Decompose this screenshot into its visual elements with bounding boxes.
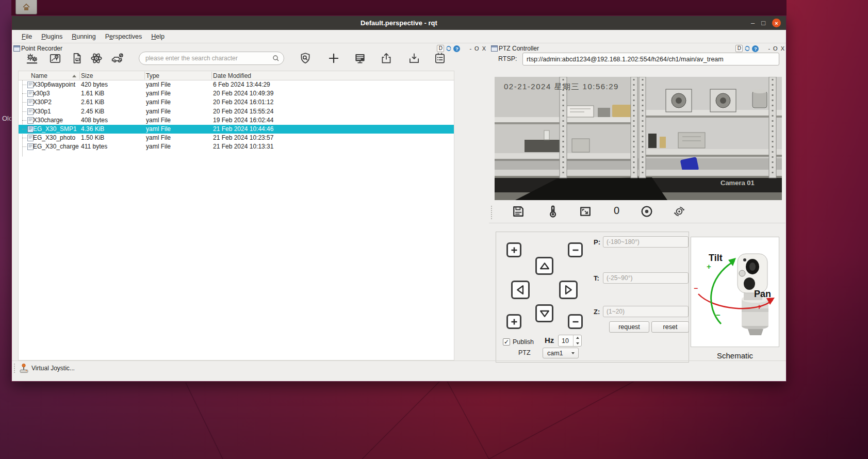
virtual-joystick-tab[interactable]: Virtual Joystic... — [19, 362, 75, 374]
menu-perspectives[interactable]: Perspectives — [101, 33, 147, 40]
dock-d-button[interactable]: D — [735, 45, 743, 52]
search-icon — [272, 55, 280, 62]
menu-running[interactable]: Running — [67, 33, 101, 40]
dock-maximize-button[interactable]: O — [772, 45, 779, 52]
maximize-button[interactable]: □ — [761, 16, 765, 30]
table-row[interactable]: X30p6waypoint420 bytesyaml File6 Feb 202… — [19, 80, 454, 89]
toolbar-divider — [489, 223, 785, 223]
publish-checkbox[interactable]: ✓ — [503, 338, 510, 346]
warehouse-scene: 02-21-2024 星期三 10:56:29 Camera 01 — [495, 77, 782, 200]
window-title: Default.perspective - rqt — [361, 19, 437, 27]
column-header-date[interactable]: Date Modified — [213, 72, 251, 79]
plugin-window-icon — [491, 45, 498, 52]
bottom-divider — [12, 360, 786, 361]
table-row-selected[interactable]: EG_X30_SMP14.36 KiByaml File21 Feb 2024 … — [19, 125, 454, 134]
fullscreen-icon[interactable] — [577, 203, 594, 220]
pan-right-button[interactable] — [559, 281, 578, 299]
settings-gears-icon[interactable] — [24, 50, 40, 67]
column-header-type[interactable]: Type — [146, 72, 159, 79]
chevron-down-icon — [571, 352, 575, 354]
video-timestamp: 02-21-2024 星期三 10:56:29 — [504, 82, 619, 91]
joystick-icon — [19, 363, 29, 373]
column-header-size[interactable]: Size — [81, 72, 93, 79]
task-list-icon[interactable] — [432, 50, 448, 67]
rtsp-input[interactable] — [522, 53, 779, 65]
window-titlebar[interactable]: Default.perspective - rqt – □ × — [12, 16, 786, 30]
yaml-file-icon[interactable] — [69, 50, 85, 67]
zoom-out-right-button[interactable] — [568, 242, 583, 257]
zoom-in-left-button[interactable] — [506, 242, 521, 257]
zoom-out-bottom-button[interactable] — [568, 314, 583, 329]
thermometer-icon[interactable] — [545, 203, 561, 220]
reset-button[interactable]: reset — [651, 321, 689, 333]
table-row[interactable]: X30charge408 bytesyaml File19 Feb 2024 1… — [19, 116, 454, 125]
display-list-icon[interactable] — [352, 50, 368, 67]
sort-ascending-icon — [72, 75, 76, 77]
ros-node-icon[interactable] — [88, 50, 105, 67]
hz-spinbox[interactable] — [558, 335, 582, 347]
shield-search-icon[interactable] — [297, 50, 314, 67]
save-icon[interactable] — [510, 203, 527, 220]
menu-plugins[interactable]: Plugins — [37, 33, 67, 40]
table-row[interactable]: x30p31.61 KiByaml File20 Feb 2024 10:49:… — [19, 89, 454, 98]
menu-help[interactable]: Help — [146, 33, 169, 40]
pan-left-button[interactable] — [511, 281, 530, 299]
tilt-up-button[interactable] — [535, 257, 553, 275]
pan-field-label: P: — [594, 238, 600, 246]
ptz-controller-title: PTZ Controller — [499, 45, 539, 52]
tilt-input[interactable] — [603, 272, 689, 284]
export-icon[interactable] — [378, 50, 395, 67]
vehicle-icon[interactable] — [109, 50, 126, 67]
dock-maximize-button[interactable]: O — [473, 45, 480, 52]
add-icon[interactable] — [325, 50, 342, 67]
reload-icon[interactable] — [744, 45, 751, 52]
menu-file[interactable]: File — [17, 33, 37, 40]
spin-down-icon[interactable] — [574, 341, 581, 347]
close-button[interactable]: × — [772, 19, 781, 27]
record-icon[interactable] — [638, 203, 655, 220]
pan-input[interactable] — [603, 236, 689, 248]
toolbar-drag-handle[interactable] — [491, 206, 492, 219]
plugin-window-icon — [13, 45, 20, 52]
help-icon[interactable]: ? — [752, 45, 759, 52]
spin-up-icon[interactable] — [574, 335, 581, 341]
column-header-name[interactable]: Name — [31, 72, 47, 79]
rqt-window: Default.perspective - rqt – □ × File Plu… — [11, 15, 787, 382]
help-icon[interactable]: ? — [453, 45, 460, 52]
camera-select-value: cam1 — [547, 350, 563, 357]
import-icon[interactable] — [406, 50, 422, 67]
zoom-zero-label[interactable]: 0 — [614, 205, 619, 217]
hz-label: Hz — [545, 336, 554, 345]
map-waypoint-icon[interactable] — [47, 50, 63, 67]
camera-select-dropdown[interactable]: cam1 — [543, 348, 579, 358]
table-row[interactable]: X30p12.45 KiByaml File20 Feb 2024 15:55:… — [19, 107, 454, 116]
dock-float-button[interactable]: - — [767, 45, 771, 52]
minimize-button[interactable]: – — [751, 16, 755, 30]
dock-close-button[interactable]: X — [780, 45, 785, 52]
table-row[interactable]: EG_X30_photo1.50 KiByaml File21 Feb 2024… — [19, 134, 454, 142]
tilt-plus-label: + — [707, 262, 711, 271]
menubar: File Plugins Running Perspectives Help — [12, 30, 786, 43]
request-button[interactable]: request — [609, 321, 649, 333]
search-box — [139, 52, 284, 65]
schematic-caption: Schematic — [691, 351, 779, 360]
camera-rotate-icon[interactable] — [671, 203, 687, 220]
schematic-panel: + − − + Tilt Pan — [691, 237, 779, 347]
dock-close-button[interactable]: X — [481, 45, 487, 52]
tilt-label: Tilt — [709, 253, 723, 263]
table-header: Name Size Type Date Modified — [19, 71, 454, 80]
hz-value-input[interactable] — [559, 335, 573, 346]
ptz-controller-titlebar[interactable]: PTZ Controller D ? - O X — [491, 44, 785, 53]
dock-drag-handle[interactable] — [14, 364, 15, 373]
file-table[interactable]: Name Size Type Date Modified X30p6waypoi… — [18, 71, 454, 360]
table-row[interactable]: EG_X30_charge411 bytesyaml File21 Feb 20… — [19, 142, 454, 151]
pan-plus-label: + — [757, 303, 761, 311]
table-row[interactable]: X30P22.61 KiByaml File20 Feb 2024 16:01:… — [19, 98, 454, 107]
tilt-down-button[interactable] — [535, 304, 553, 322]
dock-float-button[interactable]: - — [468, 45, 472, 52]
publish-label: Publish — [513, 338, 534, 346]
zoom-input[interactable] — [603, 306, 689, 317]
search-input[interactable] — [139, 52, 284, 65]
zoom-in-bottom-button[interactable] — [506, 314, 521, 329]
ptz-camera-schematic: + − − + Tilt Pan — [691, 237, 779, 347]
